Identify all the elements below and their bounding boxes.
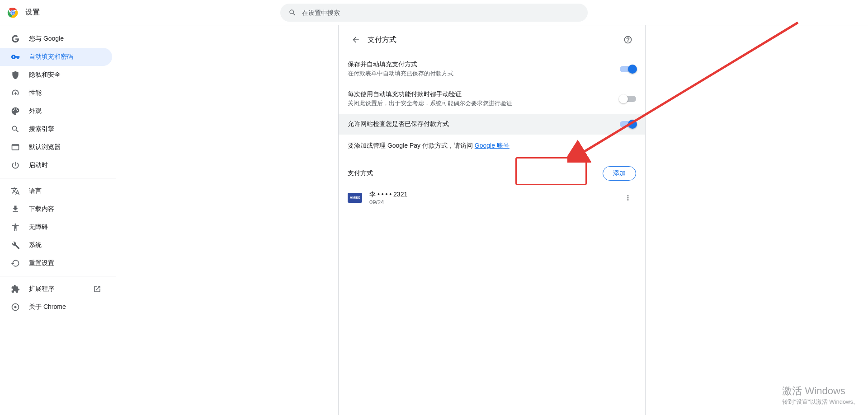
setting-title: 允许网站检查您是否已保存付款方式 xyxy=(348,120,620,128)
sidebar-item-label: 启动时 xyxy=(29,161,48,169)
sidebar-item-autofill-passwords[interactable]: 自动填充和密码 xyxy=(0,48,112,66)
setting-subtitle: 关闭此设置后，出于安全考虑，系统可能偶尔会要求您进行验证 xyxy=(348,99,620,107)
windows-activation-watermark: 激活 Windows 转到"设置"以激活 Windows。 xyxy=(782,384,859,406)
sidebar-item-languages[interactable]: 语言 xyxy=(0,182,112,200)
back-button[interactable] xyxy=(348,32,364,48)
sidebar-item-downloads[interactable]: 下载内容 xyxy=(0,200,112,218)
search-container xyxy=(280,4,588,22)
toggle-allow-site-check-payment[interactable] xyxy=(620,121,636,127)
sidebar-item-label: 无障碍 xyxy=(29,223,48,231)
open-in-new-icon xyxy=(93,285,101,293)
card-brand-icon: AMEX xyxy=(348,193,362,203)
power-icon xyxy=(11,161,20,170)
payment-methods-header: 支付方式 添加 xyxy=(339,157,645,184)
sidebar-item-reset[interactable]: 重置设置 xyxy=(0,254,112,272)
sidebar-item-you-and-google[interactable]: 您与 Google xyxy=(0,30,112,48)
sidebar-item-performance[interactable]: 性能 xyxy=(0,84,112,102)
setting-title: 保存并自动填充支付方式 xyxy=(348,61,620,69)
help-button[interactable] xyxy=(620,32,636,48)
svg-point-6 xyxy=(14,306,17,308)
page-title: 支付方式 xyxy=(368,35,620,45)
gpay-text: 要添加或管理 Google Pay 付款方式，请访问 xyxy=(348,142,475,149)
search-input[interactable] xyxy=(302,9,580,16)
sidebar-item-about-chrome[interactable]: 关于 Chrome xyxy=(0,298,112,316)
card-more-button[interactable] xyxy=(620,190,636,206)
sidebar-item-on-startup[interactable]: 启动时 xyxy=(0,156,112,174)
settings-card: 支付方式 保存并自动填充支付方式 在付款表单中自动填充已保存的付款方式 每次使用… xyxy=(338,25,646,415)
restore-icon xyxy=(11,259,20,268)
payment-methods-title: 支付方式 xyxy=(348,169,603,177)
browser-icon xyxy=(11,143,20,152)
setting-save-autofill-payment: 保存并自动填充支付方式 在付款表单中自动填充已保存的付款方式 xyxy=(339,54,645,84)
sidebar-item-extensions[interactable]: 扩展程序 xyxy=(0,280,112,298)
search-icon xyxy=(11,125,20,134)
sidebar-item-label: 扩展程序 xyxy=(29,285,54,293)
setting-allow-site-check-payment: 允许网站检查您是否已保存付款方式 xyxy=(339,114,645,135)
sidebar-divider xyxy=(0,178,116,178)
watermark-line1: 激活 Windows xyxy=(782,384,859,398)
more-vert-icon xyxy=(624,194,632,202)
app-header: 设置 xyxy=(0,0,868,25)
sidebar-item-label: 性能 xyxy=(29,89,42,97)
sidebar-item-label: 自动填充和密码 xyxy=(29,53,73,61)
search-icon xyxy=(288,9,297,17)
card-expiry: 09/24 xyxy=(369,199,620,205)
speedometer-icon xyxy=(11,89,20,98)
sidebar-item-label: 下载内容 xyxy=(29,205,54,213)
sidebar-item-label: 您与 Google xyxy=(29,35,64,43)
wrench-icon xyxy=(11,241,20,250)
sidebar-item-label: 隐私和安全 xyxy=(29,71,61,79)
main-content: 支付方式 保存并自动填充支付方式 在付款表单中自动填充已保存的付款方式 每次使用… xyxy=(116,25,868,415)
sidebar-item-label: 系统 xyxy=(29,241,42,249)
sidebar-item-accessibility[interactable]: 无障碍 xyxy=(0,218,112,236)
toggle-save-autofill-payment[interactable] xyxy=(620,66,636,72)
sidebar-item-search-engine[interactable]: 搜索引擎 xyxy=(0,120,112,138)
payment-card-row[interactable]: AMEX 李 • • • • 2321 09/24 xyxy=(339,184,645,211)
arrow-back-icon xyxy=(351,35,360,44)
chrome-logo-icon xyxy=(7,7,18,18)
sidebar-item-label: 搜索引擎 xyxy=(29,125,54,133)
google-pay-info: 要添加或管理 Google Pay 付款方式，请访问 Google 账号 xyxy=(339,135,645,157)
sidebar-item-label: 外观 xyxy=(29,107,42,115)
svg-point-4 xyxy=(12,11,14,14)
sidebar-item-label: 语言 xyxy=(29,187,42,195)
download-icon xyxy=(11,205,20,214)
setting-title: 每次使用自动填充功能付款时都手动验证 xyxy=(348,90,620,98)
add-payment-button[interactable]: 添加 xyxy=(603,166,636,181)
translate-icon xyxy=(11,187,20,196)
sidebar-item-label: 重置设置 xyxy=(29,259,54,267)
accessibility-icon xyxy=(11,223,20,232)
card-masked-name: 李 • • • • 2321 xyxy=(369,191,620,199)
sidebar-item-default-browser[interactable]: 默认浏览器 xyxy=(0,138,112,156)
card-header: 支付方式 xyxy=(339,25,645,54)
sidebar-item-label: 默认浏览器 xyxy=(29,143,61,151)
sidebar: 您与 Google 自动填充和密码 隐私和安全 性能 外观 搜索引擎 默认浏览器 xyxy=(0,25,116,415)
help-icon xyxy=(623,35,632,44)
extension-icon xyxy=(11,284,20,294)
chrome-outline-icon xyxy=(11,303,20,312)
setting-subtitle: 在付款表单中自动填充已保存的付款方式 xyxy=(348,70,620,78)
google-account-link[interactable]: Google 账号 xyxy=(475,142,509,149)
key-icon xyxy=(11,52,20,61)
google-g-icon xyxy=(11,34,20,43)
watermark-line2: 转到"设置"以激活 Windows。 xyxy=(782,398,859,406)
sidebar-item-system[interactable]: 系统 xyxy=(0,236,112,254)
search-box[interactable] xyxy=(280,4,588,22)
header-title: 设置 xyxy=(25,8,40,17)
sidebar-divider xyxy=(0,276,116,276)
shield-icon xyxy=(11,70,20,79)
sidebar-item-label: 关于 Chrome xyxy=(29,303,66,311)
palette-icon xyxy=(11,107,20,116)
sidebar-item-appearance[interactable]: 外观 xyxy=(0,102,112,120)
toggle-manual-verify[interactable] xyxy=(620,96,636,102)
setting-manual-verify: 每次使用自动填充功能付款时都手动验证 关闭此设置后，出于安全考虑，系统可能偶尔会… xyxy=(339,84,645,114)
sidebar-item-privacy-security[interactable]: 隐私和安全 xyxy=(0,66,112,84)
